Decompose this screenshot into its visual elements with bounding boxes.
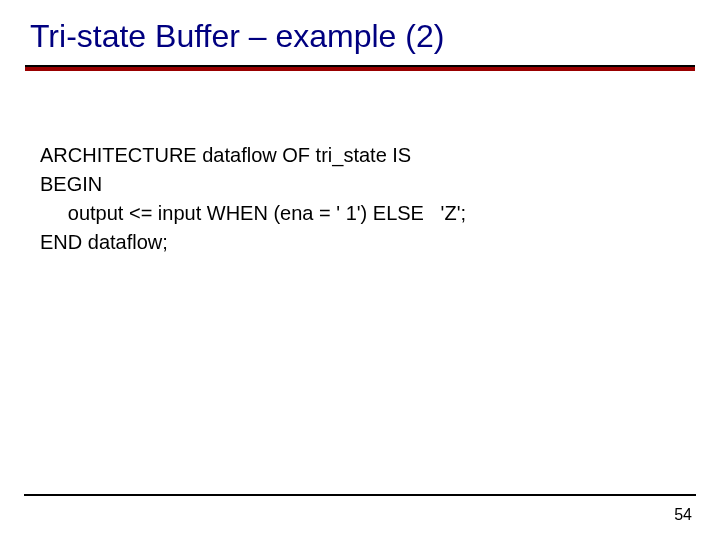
code-line-1: ARCHITECTURE dataflow OF tri_state IS — [40, 141, 720, 170]
code-line-2: BEGIN — [40, 170, 720, 199]
code-line-4: END dataflow; — [40, 228, 720, 257]
slide-title: Tri-state Buffer – example (2) — [0, 0, 720, 65]
title-underline — [25, 65, 695, 71]
footer-line — [24, 494, 696, 496]
page-number: 54 — [674, 506, 692, 524]
code-block: ARCHITECTURE dataflow OF tri_state IS BE… — [40, 141, 720, 257]
code-line-3: output <= input WHEN (ena = ' 1') ELSE '… — [40, 199, 720, 228]
